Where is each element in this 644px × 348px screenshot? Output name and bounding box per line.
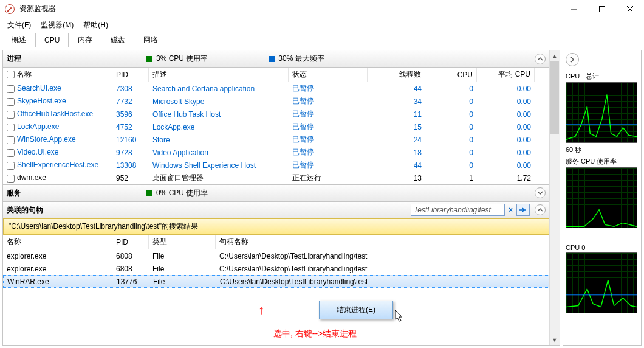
processes-columns: 名称 PID 描述 状态 线程数 CPU 平均 CPU [3,68,549,82]
tab-overview[interactable]: 概述 [2,32,35,47]
services-cpu-swatch [146,190,152,196]
handle-row[interactable]: WinRAR.exe13776FileC:\Users\lan\Desktop\… [3,275,549,288]
side-panel: CPU - 总计 60 秒 服务 CPU 使用率 CPU 0 [563,50,642,346]
context-menu: 结束进程(E) [319,301,393,319]
graph-service-cpu-label: 服务 CPU 使用率 [566,157,639,166]
scroll-up-icon[interactable]: ▲ [550,50,560,61]
col-avg[interactable]: 平均 CPU [477,68,535,82]
process-row[interactable]: WinStore.App.exe12160Store已暂停2400.00 [3,133,549,146]
process-row[interactable]: SkypeHost.exe7732Microsoft Skype已暂停3400.… [3,95,549,108]
menu-file[interactable]: 文件(F) [2,19,36,32]
tab-cpu[interactable]: CPU [35,33,69,47]
handles-header[interactable]: 关联的句柄 × [3,201,549,218]
services-header[interactable]: 服务 0% CPU 使用率 [3,184,549,201]
handles-columns: 名称 PID 类型 句柄名称 [3,235,549,249]
tab-memory[interactable]: 内存 [69,32,101,47]
handle-search-input[interactable] [411,204,505,216]
col-desc[interactable]: 描述 [149,68,289,82]
processes-body: SearchUI.exe7308Search and Cortana appli… [3,82,549,184]
max-freq-label: 30% 最大频率 [278,54,324,64]
handle-row[interactable]: explorer.exe6808FileC:\Users\lan\Desktop… [3,249,549,262]
col-threads[interactable]: 线程数 [368,68,425,82]
max-freq-swatch [269,56,275,62]
process-checkbox[interactable] [7,124,15,131]
hcol-handle[interactable]: 句柄名称 [216,235,549,249]
services-title: 服务 [7,188,146,198]
handle-search: × [411,204,530,216]
processes-header[interactable]: 进程 3% CPU 使用率 30% 最大频率 [3,50,549,68]
process-checkbox[interactable] [7,85,15,93]
process-checkbox[interactable] [7,111,15,119]
clear-search-icon[interactable]: × [506,206,515,214]
search-button[interactable] [516,204,530,216]
tab-network[interactable]: 网络 [134,32,167,47]
svg-rect-1 [600,6,605,12]
graph-cpu0 [566,252,637,313]
process-row[interactable]: dwm.exe952桌面窗口管理器正在运行1311.72 [3,172,549,184]
select-all-checkbox[interactable] [7,71,15,78]
process-row[interactable]: OfficeHubTaskHost.exe3596Office Hub Task… [3,108,549,120]
side-nav-right-icon[interactable] [566,53,579,66]
graph-cpu-total-label: CPU - 总计 [566,72,639,81]
graph-60sec-label: 60 秒 [566,145,639,155]
col-pid[interactable]: PID [112,68,149,82]
annotation-text: 选中, 右键-->结束进程 [273,329,357,339]
expand-services-icon[interactable] [535,187,546,198]
graph-service-cpu [566,167,637,228]
collapse-processes-icon[interactable] [535,54,546,64]
search-results-bar: "C:\Users\lan\Desktop\TestLibraryhandlin… [3,218,549,235]
handles-title: 关联的句柄 [7,205,411,215]
titlebar: 资源监视器 [0,0,644,18]
main-panel: 进程 3% CPU 使用率 30% 最大频率 名称 PID 描述 状态 线程数 … [2,50,560,346]
collapse-handles-icon[interactable] [535,204,546,215]
process-checkbox[interactable] [7,162,15,170]
annotation-arrow: ↑ [258,303,264,317]
context-end-process[interactable]: 结束进程(E) [337,305,375,315]
main-scrollbar[interactable]: ▲ ▼ [549,50,560,345]
services-cpu-label: 0% CPU 使用率 [156,188,208,198]
hcol-name[interactable]: 名称 [3,235,112,249]
tab-disk[interactable]: 磁盘 [101,32,134,47]
cpu-usage-label: 3% CPU 使用率 [156,54,208,64]
menu-help[interactable]: 帮助(H) [78,19,113,32]
process-row[interactable]: LockApp.exe4752LockApp.exe已暂停1500.00 [3,120,549,133]
graph-cpu0-label: CPU 0 [566,244,639,251]
minimize-button[interactable] [560,0,588,18]
hcol-pid[interactable]: PID [112,235,149,249]
process-row[interactable]: Video.UI.exe9728Video Application已暂停1800… [3,146,549,159]
menubar: 文件(F) 监视器(M) 帮助(H) [0,18,644,32]
process-row[interactable]: SearchUI.exe7308Search and Cortana appli… [3,82,549,95]
process-checkbox[interactable] [7,98,15,106]
app-icon [5,4,15,14]
scroll-thumb[interactable] [550,61,559,134]
menu-monitor[interactable]: 监视器(M) [36,19,78,32]
handle-row[interactable]: explorer.exe6808FileC:\Users\lan\Desktop… [3,262,549,275]
process-checkbox[interactable] [7,136,15,144]
col-status[interactable]: 状态 [289,68,368,82]
tabs: 概述 CPU 内存 磁盘 网络 [0,32,644,47]
cursor-icon [395,310,406,324]
cpu-usage-swatch [146,56,152,62]
process-checkbox[interactable] [7,149,15,157]
handles-body: explorer.exe6808FileC:\Users\lan\Desktop… [3,249,549,288]
maximize-button[interactable] [588,0,616,18]
col-name[interactable]: 名称 [3,68,112,82]
hcol-type[interactable]: 类型 [149,235,216,249]
process-checkbox[interactable] [7,175,15,183]
window-title: 资源监视器 [19,4,560,14]
col-cpu[interactable]: CPU [425,68,477,82]
graph-cpu-total [566,82,637,143]
scroll-down-icon[interactable]: ▼ [550,335,560,345]
close-button[interactable] [616,0,644,18]
process-row[interactable]: ShellExperienceHost.exe13308Windows Shel… [3,159,549,172]
processes-title: 进程 [7,54,146,64]
